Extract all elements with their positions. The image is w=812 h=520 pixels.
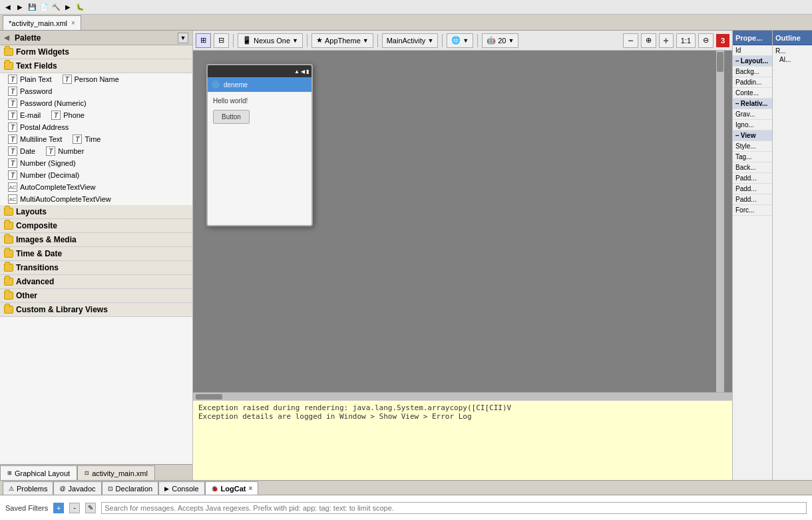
tab-console[interactable]: ▶ Console <box>158 481 204 495</box>
theme-dropdown-icon: ▼ <box>363 37 369 44</box>
hello-world-text: Hello world! <box>213 97 306 105</box>
zoom-out2-btn[interactable]: ⊖ <box>698 33 713 48</box>
scrollbar-thumb-v[interactable] <box>717 52 723 72</box>
category-advanced[interactable]: Advanced <box>0 275 192 289</box>
toolbar-save-icon[interactable]: 💾 <box>27 2 37 13</box>
email-icon: T <box>8 111 17 120</box>
pair-multiline[interactable]: T Multiline Text <box>8 134 62 144</box>
category-text-fields[interactable]: Text Fields <box>0 59 192 73</box>
edit-filter-button[interactable]: ✎ <box>85 503 96 513</box>
device-selector[interactable]: 📱 Nexus One ▼ <box>238 33 303 48</box>
toolbar-forward-icon[interactable]: ▶ <box>15 2 25 13</box>
palette-item-password[interactable]: T Password <box>0 85 192 97</box>
tab-logcat[interactable]: 🐞 LogCat × <box>205 481 259 495</box>
toolbar-back-icon[interactable]: ◀ <box>3 2 13 13</box>
console-label: Console <box>172 485 198 493</box>
pair-number[interactable]: T Number <box>46 146 84 156</box>
pair-time[interactable]: T Time <box>73 134 101 144</box>
layout-mode-btn2[interactable]: ⊟ <box>214 33 229 48</box>
pair-plain-text[interactable]: T Plain Text <box>8 75 52 84</box>
pair-person-name[interactable]: T Person Name <box>63 75 119 84</box>
time-label: Time <box>85 135 101 143</box>
outline-item-al[interactable]: Al... <box>774 55 811 64</box>
prop-gravity: Grav... <box>733 109 772 120</box>
zoom-fit-btn[interactable]: ⊕ <box>641 33 656 48</box>
horizontal-scrollbar[interactable] <box>193 392 732 400</box>
palette-item-pair-plain-person[interactable]: T Plain Text T Person Name <box>0 73 192 85</box>
category-form-widgets[interactable]: Form Widgets <box>0 45 192 59</box>
problems-icon: ⚠ <box>9 485 14 492</box>
category-layouts[interactable]: Layouts <box>0 205 192 219</box>
palette-item-pair-multiline-time[interactable]: T Multiline Text T Time <box>0 133 192 145</box>
declaration-label: Declaration <box>116 485 153 493</box>
android-version-selector[interactable]: 🤖 20 ▼ <box>482 33 518 48</box>
toolbar-build-icon[interactable]: 🔨 <box>51 2 61 13</box>
xml-tab-label: activity_main.xml <box>92 469 148 477</box>
vertical-scrollbar[interactable] <box>716 51 724 392</box>
palette-item-number-decimal[interactable]: T Number (Decimal) <box>0 169 192 181</box>
sep1 <box>233 34 234 47</box>
remove-filter-button[interactable]: - <box>69 503 80 513</box>
prop-tag: Tag... <box>733 152 772 162</box>
outline-header: Outline <box>773 31 812 45</box>
tab-javadoc[interactable]: @ Javadoc <box>53 481 101 495</box>
palette-item-multiauto[interactable]: AC MultiAutoCompleteTextView <box>0 193 192 205</box>
category-time-date[interactable]: Time & Date <box>0 247 192 261</box>
pair-email[interactable]: T E-mail <box>8 111 41 120</box>
tab-label: *activity_main.xml <box>9 19 67 27</box>
properties-panel-header: Prope... <box>733 31 772 45</box>
layout-mode-btn[interactable]: ⊞ <box>196 33 211 48</box>
palette-item-password-numeric[interactable]: T Password (Numeric) <box>0 97 192 109</box>
scrollbar-thumb-h[interactable] <box>196 394 222 399</box>
autocomplete-label: AutoCompleteTextView <box>20 183 96 191</box>
add-filter-button[interactable]: + <box>53 503 64 513</box>
properties-title: Prope... <box>735 34 762 42</box>
category-other[interactable]: Other <box>0 289 192 303</box>
tab-close-button[interactable]: × <box>71 19 75 27</box>
palette-item-pair-email-phone[interactable]: T E-mail T Phone <box>0 109 192 121</box>
password-numeric-icon: T <box>8 99 17 108</box>
category-images-media[interactable]: Images & Media <box>0 233 192 247</box>
palette-item-postal[interactable]: T Postal Address <box>0 121 192 133</box>
tab-graphical-layout[interactable]: ⊞ Graphical Layout <box>0 465 77 480</box>
zoom-in-btn[interactable]: + <box>659 33 674 48</box>
main-tab[interactable]: *activity_main.xml × <box>3 15 81 30</box>
toolbar-new-icon[interactable]: 📄 <box>39 2 49 13</box>
logcat-close-btn[interactable]: × <box>248 485 252 492</box>
phone-icon: T <box>51 111 61 120</box>
pair-date[interactable]: T Date <box>8 146 35 156</box>
bottom-section: ⚠ Problems @ Javadoc ⊡ Declaration ▶ Con… <box>0 480 812 520</box>
zoom-actual-btn[interactable]: 1:1 <box>676 33 696 48</box>
editor-toolbar: ⊞ ⊟ 📱 Nexus One ▼ ★ AppTheme ▼ MainActiv… <box>193 31 732 51</box>
prop-id: Id <box>733 45 772 56</box>
tab-problems[interactable]: ⚠ Problems <box>3 481 53 495</box>
category-transitions[interactable]: Transitions <box>0 261 192 275</box>
prop-view-section[interactable]: − View <box>733 130 772 141</box>
prop-expand-icon3: − <box>735 132 739 139</box>
palette-dropdown-button[interactable]: ▼ <box>178 33 188 43</box>
pair-phone[interactable]: T Phone <box>51 111 85 120</box>
tab-declaration[interactable]: ⊡ Declaration <box>102 481 159 495</box>
category-custom-library[interactable]: Custom & Library Views <box>0 303 192 317</box>
theme-selector[interactable]: ★ AppTheme ▼ <box>311 33 373 48</box>
error-line-1: Exception raised during rendering: java.… <box>198 403 727 412</box>
category-form-widgets-label: Form Widgets <box>16 47 69 57</box>
log-search-input[interactable] <box>101 502 807 514</box>
prop-relative-section[interactable]: − Relativ... <box>733 99 772 109</box>
palette-item-pair-date-number[interactable]: T Date T Number <box>0 145 192 157</box>
palette-item-number-signed[interactable]: T Number (Signed) <box>0 157 192 169</box>
category-composite[interactable]: Composite <box>0 219 192 233</box>
toolbar-run-icon[interactable]: ▶ <box>63 2 73 13</box>
outline-content: R... Al... <box>773 45 812 480</box>
zoom-out-btn[interactable]: − <box>623 33 638 48</box>
toolbar-debug-icon[interactable]: 🐛 <box>75 2 85 13</box>
activity-selector[interactable]: MainActivity ▼ <box>382 33 439 48</box>
prop-layout-section[interactable]: − Layout... <box>733 56 772 67</box>
tab-activity-xml[interactable]: ⊡ activity_main.xml <box>77 465 155 480</box>
palette-arrow-left[interactable]: ◀ <box>4 34 9 41</box>
locale-selector[interactable]: 🌐 ▼ <box>447 33 473 48</box>
palette-item-autocomplete[interactable]: AC AutoCompleteTextView <box>0 181 192 193</box>
layout-mode-icon2: ⊟ <box>218 36 224 45</box>
outline-item-r[interactable]: R... <box>774 47 811 55</box>
category-time-date-label: Time & Date <box>16 249 62 258</box>
